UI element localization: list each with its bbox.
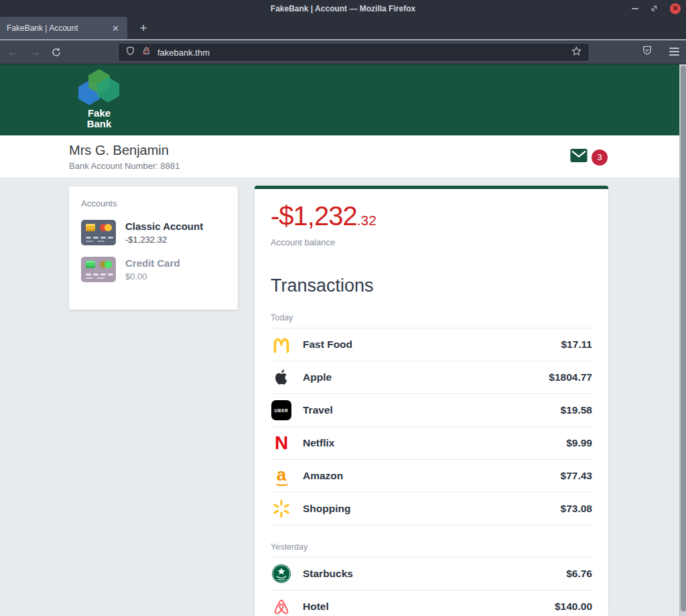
transaction-group: Yesterday Starbucks $6.76 Hotel $140.00 <box>271 542 592 616</box>
txn-amount: $6.76 <box>566 568 592 580</box>
close-window-icon[interactable]: ✕ <box>670 3 681 14</box>
account-balance: -$1,232.32 <box>125 235 203 245</box>
accounts-panel-title: Accounts <box>81 198 226 208</box>
txn-amount: $1804.77 <box>549 371 592 383</box>
txn-name: Starbucks <box>303 568 353 580</box>
transaction-row: Shopping $73.08 <box>271 493 592 526</box>
txn-amount: $19.58 <box>561 404 592 416</box>
transaction-row: N Netflix $9.99 <box>271 427 592 460</box>
accounts-panel: Accounts Classic Account -$1,232.32 Cred… <box>69 186 238 310</box>
bookmark-star-icon[interactable] <box>571 46 582 60</box>
transaction-row: Apple $1804.77 <box>271 361 592 394</box>
starbucks-icon <box>271 563 292 584</box>
messages-button[interactable]: 3 <box>570 149 608 166</box>
logo-text-line2: Bank <box>78 119 121 129</box>
txn-name: Amazon <box>303 470 343 482</box>
envelope-icon <box>570 149 588 166</box>
balance-minor: .32 <box>357 212 376 228</box>
txn-name: Shopping <box>303 503 350 515</box>
account-shield-icon[interactable] <box>641 44 653 59</box>
account-name: Credit Card <box>125 257 180 269</box>
user-bar: Mrs G. Benjamin Bank Account Number: 888… <box>0 135 679 178</box>
transaction-row: Hotel $140.00 <box>271 591 592 616</box>
txn-name: Hotel <box>303 601 329 613</box>
account-detail-card: -$1,232.32 Account balance Transactions … <box>255 186 608 616</box>
close-tab-icon[interactable]: ✕ <box>111 23 121 34</box>
account-item-classic[interactable]: Classic Account -$1,232.32 <box>81 220 226 245</box>
airbnb-icon <box>271 596 292 616</box>
customer-name: Mrs G. Benjamin <box>69 143 169 158</box>
balance-amount: -$1,232.32 <box>271 201 592 231</box>
txn-amount: $17.11 <box>561 338 592 351</box>
fakebank-logo[interactable]: Fake Bank <box>78 69 121 129</box>
minimize-icon[interactable] <box>632 8 638 9</box>
tab-strip: FakeBank | Account ✕ + <box>0 17 686 40</box>
bank-card-light-icon <box>81 257 116 282</box>
bank-card-dark-icon <box>81 220 116 245</box>
transaction-row: a Amazon $77.43 <box>271 460 592 493</box>
site-header: Fake Bank Our Products & Services Safe &… <box>0 64 679 135</box>
page-scrollbar[interactable] <box>679 64 686 616</box>
insecure-lock-icon[interactable] <box>141 46 151 59</box>
txn-name: Netflix <box>303 437 334 449</box>
tab-fakebank-account[interactable]: FakeBank | Account ✕ <box>0 17 127 40</box>
group-label: Today <box>271 313 592 328</box>
account-number-label: Bank Account Number: 8881 <box>69 161 180 171</box>
uber-icon: UBER <box>271 399 292 421</box>
restore-window-icon[interactable] <box>650 5 658 12</box>
group-rows: Fast Food $17.11 Apple $1804.77 UBER Tra… <box>271 328 592 526</box>
transaction-row: UBER Travel $19.58 <box>271 394 592 427</box>
balance-label: Account balance <box>271 237 592 247</box>
url-bar[interactable]: fakebank.thm <box>118 43 590 62</box>
account-item-credit-card[interactable]: Credit Card $0.00 <box>81 257 226 282</box>
window-title: FakeBank | Account — Mozilla Firefox <box>271 4 415 13</box>
txn-name: Fast Food <box>303 338 352 351</box>
apple-icon <box>271 367 292 388</box>
balance-major: -$1,232 <box>271 201 357 231</box>
transaction-group: Today Fast Food $17.11 Apple $1804.77 UB… <box>271 313 592 526</box>
forward-icon[interactable]: → <box>27 44 43 60</box>
page-content: Accounts Classic Account -$1,232.32 Cred… <box>0 179 679 616</box>
tab-title: FakeBank | Account <box>7 23 111 33</box>
netflix-icon: N <box>271 432 292 454</box>
amazon-icon: a <box>271 465 292 487</box>
hexagon-logo-icon <box>78 69 121 107</box>
walmart-icon <box>271 498 292 519</box>
new-tab-button[interactable]: + <box>134 19 153 38</box>
transaction-row: Fast Food $17.11 <box>271 328 592 361</box>
window-titlebar: FakeBank | Account — Mozilla Firefox ✕ <box>0 0 686 17</box>
account-name: Classic Account <box>125 221 203 232</box>
txn-amount: $9.99 <box>566 437 592 449</box>
group-label: Yesterday <box>271 542 592 558</box>
messages-count-badge: 3 <box>592 149 608 166</box>
account-balance: $0.00 <box>125 271 180 282</box>
back-icon[interactable]: ← <box>5 44 21 60</box>
txn-name: Travel <box>303 404 333 416</box>
menu-icon[interactable] <box>669 48 679 56</box>
txn-amount: $140.00 <box>555 601 592 613</box>
reload-icon[interactable] <box>48 44 64 60</box>
txn-name: Apple <box>303 371 332 383</box>
group-rows: Starbucks $6.76 Hotel $140.00 <box>271 558 592 616</box>
transactions-title: Transactions <box>271 275 592 296</box>
mcdonalds-icon <box>271 334 292 355</box>
transaction-row: Starbucks $6.76 <box>271 558 592 591</box>
txn-amount: $73.08 <box>561 503 592 515</box>
tracking-shield-icon[interactable] <box>125 46 135 59</box>
url-text[interactable]: fakebank.thm <box>157 48 565 58</box>
scrollbar-thumb[interactable] <box>681 66 686 611</box>
transaction-groups: Today Fast Food $17.11 Apple $1804.77 UB… <box>271 313 592 616</box>
navigation-toolbar: ← → fakebank.thm <box>0 40 686 64</box>
txn-amount: $77.43 <box>561 470 592 482</box>
logo-text-line1: Fake <box>78 108 121 119</box>
